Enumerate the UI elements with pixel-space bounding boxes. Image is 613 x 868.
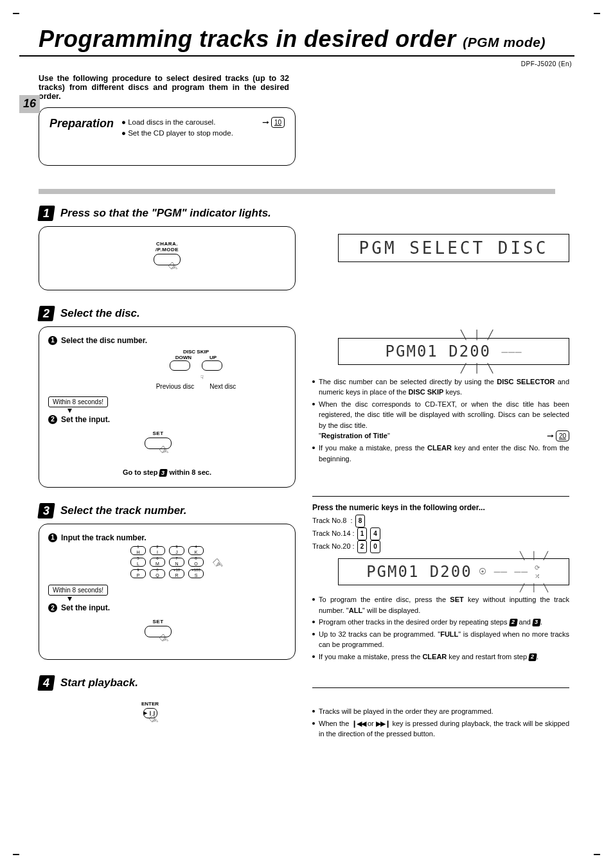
step-4-title: Start playback.: [60, 677, 138, 689]
step-number-badge: 3: [37, 503, 55, 518]
prev-track-icon: ❙◀◀: [351, 718, 366, 729]
lcd-display-pgm-select: PGM SELECT DISC: [338, 234, 569, 262]
divider-line: [312, 496, 569, 497]
step-number-badge: 4: [37, 675, 55, 691]
arrow-right-icon: ➞: [547, 430, 554, 441]
disc-skip-graphic: DISC SKIP DOWNUP ☟ Previous disc Next di…: [106, 349, 286, 390]
step-ref-2-icon: 2: [509, 619, 518, 626]
title-main: Programming tracks in desired order: [39, 26, 456, 52]
numeric-order-examples: Track No.8 : 8 Track No.14 : 1 4 Track N…: [312, 515, 569, 553]
within-8s-callout: Within 8 seconds! ▾: [48, 585, 286, 601]
step-2-title: Select the disc.: [60, 307, 140, 320]
step-ref-2-icon: 2: [528, 653, 537, 661]
disc-skip-up-icon: [202, 360, 222, 371]
disc-skip-down-icon: [170, 360, 190, 371]
step-3: 3 Select the track number. 1Input the tr…: [39, 503, 296, 660]
hand-press-icon: ☟: [200, 375, 204, 380]
step-2: 2 Select the disc. 1Select the disc numb…: [39, 306, 296, 488]
page-number: 16: [19, 95, 40, 113]
page-ref-20: ➞ 20: [547, 430, 569, 441]
section-divider: [39, 189, 555, 194]
step-3-notes: To program the entire disc, press the SE…: [312, 594, 569, 662]
model-label: DPF-J5020 (En): [19, 60, 572, 67]
step-2-footer: Go to step 3 within 8 sec.: [48, 468, 286, 477]
enter-button-graphic: ENTER ▶ ❙❙ ☟: [141, 701, 159, 730]
lcd-track-placeholder-icon: ───: [502, 346, 522, 358]
intro-paragraph: Use the following procedure to select de…: [39, 74, 289, 101]
prep-item-2: ● Set the CD player to stop mode.: [121, 128, 285, 139]
preparation-box: Preparation ● Load discs in the carousel…: [39, 107, 296, 166]
set-button-graphic: SET ☟: [145, 430, 172, 461]
page-title: Programming tracks in desired order (PGM…: [39, 26, 574, 53]
numeric-keypad-graphic: 1H 2I 3J 4K 5L 6M 7N 8O 9P: [130, 546, 204, 578]
lcd-repeat-icon: ⟳: [535, 564, 541, 571]
step-3-sub1: 1Input the track number.: [48, 533, 286, 542]
step-number-badge: 2: [37, 306, 55, 321]
step-4-notes: Tracks will be played in the order they …: [312, 706, 569, 740]
prep-item-1: ● Load discs in the carousel.: [121, 117, 215, 128]
lcd-display-pgm01-d200-track: PGM01 D200 ⦿ ── ── ⟳ ⤮ ╲ │ ╱ ╱ │ ╲: [338, 558, 569, 585]
set-button-graphic: SET ☟: [145, 619, 172, 649]
step-1-title: Press so that the "PGM" indicator lights…: [60, 207, 271, 220]
hand-press-icon: ☟: [148, 714, 161, 727]
step-2-sub1: 1Select the disc number.: [48, 336, 286, 345]
pmode-button-graphic: CHARA. /P.MODE ☟: [154, 241, 181, 277]
step-2-sub2: 2Set the input.: [48, 415, 286, 424]
next-track-icon: ▶▶❙: [376, 718, 390, 729]
lcd-display-pgm01-d200: PGM01 D200 ─── ╲ │ ╱ ╱ │ ╲: [338, 338, 569, 365]
step-ref-3-icon: 3: [532, 619, 541, 626]
step-4: 4 Start playback. ENTER ▶ ❙❙ ☟: [39, 675, 296, 730]
step-number-badge: 1: [37, 206, 55, 221]
next-disc-label: Next disc: [209, 383, 236, 390]
step-1: 1 Press so that the "PGM" indicator ligh…: [39, 206, 296, 290]
within-8s-callout: Within 8 seconds! ▾: [48, 396, 286, 412]
arrow-right-icon: ➞: [262, 117, 269, 128]
hand-press-icon: ☟: [210, 556, 226, 572]
step-ref-3-icon: 3: [159, 469, 168, 477]
step-3-sub2: 2Set the input.: [48, 603, 286, 612]
previous-disc-label: Previous disc: [156, 383, 194, 390]
divider-line: [312, 687, 569, 688]
step-3-title: Select the track number.: [60, 504, 187, 517]
page-ref-10: ➞ 10: [263, 117, 285, 128]
preparation-heading: Preparation: [49, 117, 114, 139]
step-2-notes: The disc number can be selected directly…: [312, 376, 569, 465]
lcd-disc-icon: ⦿: [479, 567, 488, 576]
numeric-order-title: Press the numeric keys in the following …: [312, 503, 569, 512]
title-sub: (PGM mode): [463, 35, 546, 49]
lcd-shuffle-icon: ⤮: [535, 572, 541, 580]
